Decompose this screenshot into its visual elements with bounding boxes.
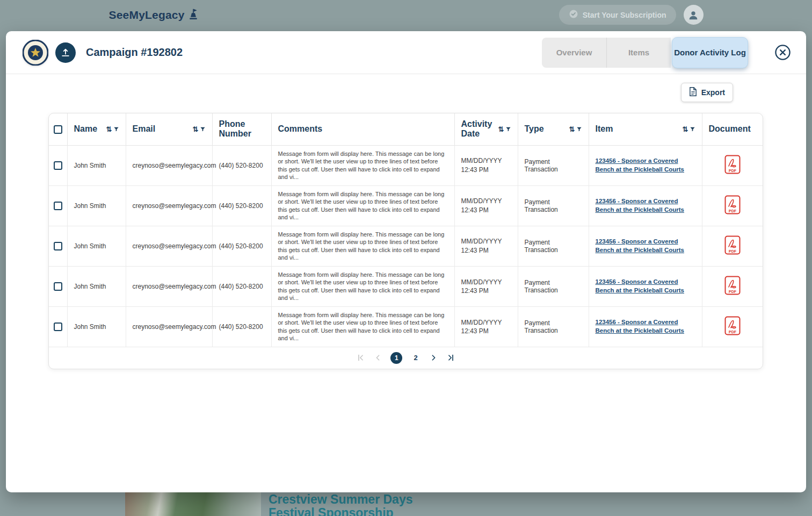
pdf-document-icon[interactable]: PDF bbox=[724, 155, 741, 176]
tab-items[interactable]: Items bbox=[606, 38, 671, 68]
cell-type: Payment Transaction bbox=[525, 239, 558, 254]
brand[interactable]: SeeMyLegacy bbox=[109, 8, 199, 22]
brand-wordmark: SeeMyLegacy bbox=[109, 9, 185, 22]
pdf-document-icon[interactable]: PDF bbox=[724, 316, 741, 337]
header-type: Type bbox=[525, 124, 544, 134]
table-row: John Smith creynoso@seemylegacy.com (440… bbox=[49, 266, 763, 306]
first-page-icon[interactable] bbox=[356, 353, 365, 362]
badge-check-icon bbox=[569, 9, 578, 20]
item-link[interactable]: 123456 - Sponsor a Covered Bench at the … bbox=[596, 197, 695, 214]
pdf-document-icon[interactable]: PDF bbox=[724, 235, 741, 256]
table-row: John Smith creynoso@seemylegacy.com (440… bbox=[49, 226, 763, 266]
organization-seal-icon bbox=[23, 40, 48, 66]
previous-page-icon[interactable] bbox=[373, 353, 382, 362]
cell-activity-time: 12:43 PM bbox=[461, 206, 511, 214]
start-subscription-label: Start Your Subscription bbox=[583, 11, 666, 19]
cell-comments[interactable]: Message from form will display here. Thi… bbox=[278, 150, 445, 181]
cell-type: Payment Transaction bbox=[525, 158, 558, 173]
cell-type: Payment Transaction bbox=[525, 279, 558, 294]
export-row: Export bbox=[6, 74, 806, 113]
cell-activity-date: MM/DD/YYYY bbox=[461, 237, 511, 246]
header-activity-date: Activity Date bbox=[461, 119, 496, 139]
cell-email: creynoso@seemylegacy.com bbox=[133, 283, 216, 290]
cell-comments[interactable]: Message from form will display here. Thi… bbox=[278, 191, 445, 221]
tab-donor-activity-log[interactable]: Donor Activity Log bbox=[672, 37, 748, 68]
filter-icon[interactable] bbox=[113, 126, 119, 132]
row-checkbox[interactable] bbox=[54, 322, 62, 331]
cell-phone: (440) 520-8200 bbox=[219, 323, 263, 331]
close-icon[interactable] bbox=[774, 44, 791, 61]
cell-name: John Smith bbox=[74, 323, 106, 331]
header-phone: Phone Number bbox=[219, 119, 251, 138]
header-email: Email bbox=[133, 124, 156, 134]
table-header-row: Name ⇅ Email ⇅ Phone Number Comments Act… bbox=[49, 113, 763, 145]
sort-icon[interactable]: ⇅ bbox=[569, 126, 575, 133]
cell-activity-date: MM/DD/YYYY bbox=[461, 156, 511, 165]
filter-icon[interactable] bbox=[690, 126, 695, 132]
cell-name: John Smith bbox=[74, 162, 106, 169]
cell-name: John Smith bbox=[74, 283, 106, 290]
filter-icon[interactable] bbox=[200, 126, 206, 132]
pdf-label: PDF bbox=[729, 330, 737, 334]
last-page-icon[interactable] bbox=[446, 353, 455, 362]
cell-phone: (440) 520-8200 bbox=[219, 202, 263, 210]
cell-comments[interactable]: Message from form will display here. Thi… bbox=[278, 271, 445, 302]
cell-type: Payment Transaction bbox=[525, 319, 558, 334]
cell-email: creynoso@seemylegacy.com bbox=[133, 162, 216, 169]
upload-button[interactable] bbox=[55, 42, 76, 63]
page-1-button[interactable]: 1 bbox=[390, 352, 402, 364]
document-icon bbox=[689, 87, 697, 98]
filter-icon[interactable] bbox=[576, 126, 582, 132]
export-button[interactable]: Export bbox=[681, 83, 733, 102]
modal-tabs: Overview Items Donor Activity Log bbox=[542, 37, 748, 68]
page-2-button[interactable]: 2 bbox=[410, 353, 421, 362]
filter-icon[interactable] bbox=[505, 126, 511, 132]
modal-header: Campaign #192802 Overview Items Donor Ac… bbox=[6, 31, 806, 74]
start-subscription-button[interactable]: Start Your Subscription bbox=[559, 5, 676, 25]
pdf-label: PDF bbox=[729, 290, 737, 293]
cell-phone: (440) 520-8200 bbox=[219, 162, 263, 169]
cell-phone: (440) 520-8200 bbox=[219, 242, 263, 250]
export-label: Export bbox=[701, 88, 725, 97]
item-link[interactable]: 123456 - Sponsor a Covered Bench at the … bbox=[596, 238, 695, 254]
sort-icon[interactable]: ⇅ bbox=[106, 126, 112, 133]
topbar: SeeMyLegacy Start Your Subscription bbox=[0, 0, 812, 30]
cell-activity-time: 12:43 PM bbox=[461, 327, 511, 335]
table-row: John Smith creynoso@seemylegacy.com (440… bbox=[49, 145, 763, 185]
row-checkbox[interactable] bbox=[54, 242, 62, 250]
cell-email: creynoso@seemylegacy.com bbox=[133, 242, 216, 250]
next-page-icon[interactable] bbox=[429, 353, 438, 362]
campaign-title: Campaign #192802 bbox=[86, 46, 183, 59]
avatar[interactable] bbox=[684, 5, 704, 25]
cell-activity-date: MM/DD/YYYY bbox=[461, 318, 511, 327]
sort-icon[interactable]: ⇅ bbox=[498, 126, 504, 133]
donor-activity-table-card: Name ⇅ Email ⇅ Phone Number Comments Act… bbox=[48, 113, 763, 369]
select-all-checkbox[interactable] bbox=[54, 125, 62, 134]
campaign-modal: Campaign #192802 Overview Items Donor Ac… bbox=[6, 31, 806, 492]
header-document: Document bbox=[709, 124, 751, 133]
table-row: John Smith creynoso@seemylegacy.com (440… bbox=[49, 306, 763, 347]
tab-overview[interactable]: Overview bbox=[542, 38, 606, 68]
row-checkbox[interactable] bbox=[54, 202, 62, 210]
row-checkbox[interactable] bbox=[54, 161, 62, 170]
cell-comments[interactable]: Message from form will display here. Thi… bbox=[278, 231, 445, 261]
header-item: Item bbox=[596, 124, 613, 134]
cell-comments[interactable]: Message from form will display here. Thi… bbox=[278, 312, 445, 342]
cell-phone: (440) 520-8200 bbox=[219, 283, 263, 290]
header-name: Name bbox=[74, 124, 98, 134]
upload-icon bbox=[60, 47, 71, 58]
sort-icon[interactable]: ⇅ bbox=[193, 126, 199, 133]
pdf-document-icon[interactable]: PDF bbox=[724, 195, 741, 216]
cell-email: creynoso@seemylegacy.com bbox=[133, 202, 216, 210]
cell-activity-time: 12:43 PM bbox=[461, 166, 511, 174]
sort-icon[interactable]: ⇅ bbox=[683, 126, 688, 133]
pdf-label: PDF bbox=[729, 249, 737, 253]
item-link[interactable]: 123456 - Sponsor a Covered Bench at the … bbox=[596, 278, 695, 295]
item-link[interactable]: 123456 - Sponsor a Covered Bench at the … bbox=[596, 318, 695, 335]
brand-logo-icon bbox=[188, 8, 199, 22]
row-checkbox[interactable] bbox=[54, 282, 62, 291]
item-link[interactable]: 123456 - Sponsor a Covered Bench at the … bbox=[596, 157, 695, 174]
cell-name: John Smith bbox=[74, 202, 106, 210]
header-comments: Comments bbox=[278, 124, 323, 133]
pdf-document-icon[interactable]: PDF bbox=[724, 276, 741, 297]
